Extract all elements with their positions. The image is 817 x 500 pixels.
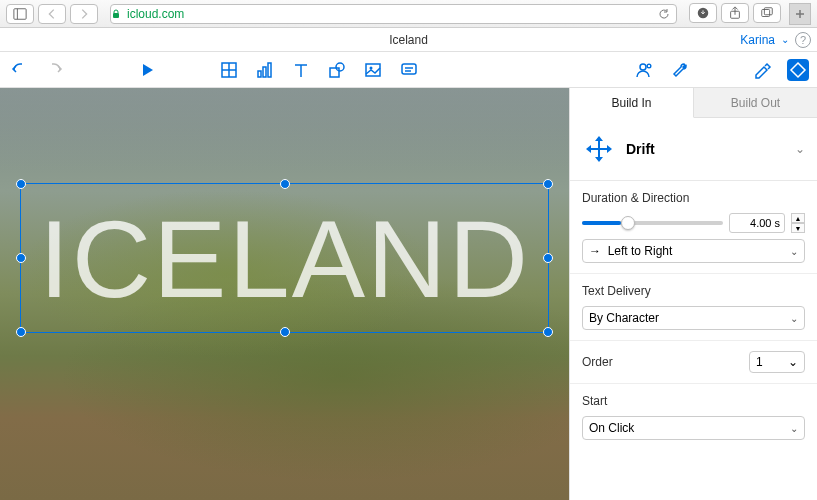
redo-button[interactable] (44, 59, 66, 81)
resize-handle[interactable] (16, 179, 26, 189)
start-value: On Click (589, 421, 634, 435)
play-button[interactable] (136, 59, 158, 81)
svg-rect-6 (764, 7, 772, 14)
text-delivery-label: Text Delivery (582, 284, 805, 298)
table-insert-button[interactable] (218, 59, 240, 81)
tab-build-in[interactable]: Build In (570, 88, 694, 118)
url-bar[interactable]: icloud.com (110, 4, 677, 24)
text-delivery-value: By Character (589, 311, 659, 325)
svg-rect-0 (14, 8, 26, 19)
sidebar-toggle-button[interactable] (6, 4, 34, 24)
nav-forward-button[interactable] (70, 4, 98, 24)
title-bar: Iceland Karina ⌄ ? (0, 28, 817, 52)
comment-insert-button[interactable] (398, 59, 420, 81)
direction-value: Left to Right (608, 244, 673, 258)
chevron-down-icon: ⌄ (790, 423, 798, 434)
duration-step-down[interactable]: ▼ (791, 223, 805, 233)
svg-rect-17 (402, 64, 416, 74)
tabs-button[interactable] (753, 3, 781, 23)
drift-icon (582, 132, 616, 166)
direction-select[interactable]: → Left to Right ⌄ (582, 239, 805, 263)
lock-icon (111, 9, 121, 19)
toolbar (0, 52, 817, 88)
duration-input[interactable] (729, 213, 785, 233)
resize-handle[interactable] (543, 327, 553, 337)
text-delivery-select[interactable]: By Character ⌄ (582, 306, 805, 330)
user-menu-chevron-icon[interactable]: ⌄ (781, 34, 789, 45)
chevron-down-icon: ⌄ (795, 142, 805, 156)
reload-icon[interactable] (658, 8, 670, 20)
downloads-button[interactable] (689, 3, 717, 23)
slide-canvas[interactable]: ICELAND (0, 88, 569, 500)
slider-thumb[interactable] (621, 216, 635, 230)
resize-handle[interactable] (16, 253, 26, 263)
duration-slider[interactable] (582, 221, 723, 225)
help-button[interactable]: ? (795, 32, 811, 48)
resize-handle[interactable] (16, 327, 26, 337)
order-label: Order (582, 355, 613, 369)
add-people-button[interactable] (633, 59, 655, 81)
tab-build-out[interactable]: Build Out (694, 88, 817, 118)
chevron-down-icon: ⌄ (790, 313, 798, 324)
chevron-down-icon: ⌄ (788, 355, 798, 369)
nav-back-button[interactable] (38, 4, 66, 24)
svg-point-16 (370, 66, 373, 69)
user-name-link[interactable]: Karina (740, 33, 775, 47)
effect-selector[interactable]: Drift ⌄ (570, 118, 817, 181)
resize-handle[interactable] (280, 179, 290, 189)
new-tab-button[interactable] (789, 3, 811, 25)
animate-panel-button[interactable] (787, 59, 809, 81)
resize-handle[interactable] (280, 327, 290, 337)
effect-name: Drift (626, 141, 655, 157)
svg-rect-11 (263, 67, 266, 77)
image-insert-button[interactable] (362, 59, 384, 81)
start-select[interactable]: On Click ⌄ (582, 416, 805, 440)
url-text: icloud.com (127, 7, 184, 21)
svg-point-14 (336, 63, 344, 71)
share-button[interactable] (721, 3, 749, 23)
resize-handle[interactable] (543, 179, 553, 189)
order-value: 1 (756, 355, 763, 369)
document-title: Iceland (389, 33, 428, 47)
svg-point-20 (640, 64, 646, 70)
svg-rect-12 (268, 63, 271, 77)
browser-chrome: icloud.com (0, 0, 817, 28)
duration-step-up[interactable]: ▲ (791, 213, 805, 223)
chart-insert-button[interactable] (254, 59, 276, 81)
inspector-panel: Build In Build Out Drift ⌄ Duration & Di… (569, 88, 817, 500)
chevron-down-icon: ⌄ (790, 246, 798, 257)
selected-text-box[interactable]: ICELAND (20, 183, 549, 333)
format-panel-button[interactable] (751, 59, 773, 81)
duration-label: Duration & Direction (582, 191, 805, 205)
order-select[interactable]: 1 ⌄ (749, 351, 805, 373)
start-label: Start (582, 394, 805, 408)
text-insert-button[interactable] (290, 59, 312, 81)
slide-title-text: ICELAND (39, 195, 530, 322)
svg-rect-2 (113, 13, 119, 18)
resize-handle[interactable] (543, 253, 553, 263)
shape-insert-button[interactable] (326, 59, 348, 81)
svg-rect-10 (258, 71, 261, 77)
tools-button[interactable] (669, 59, 691, 81)
undo-button[interactable] (8, 59, 30, 81)
svg-rect-5 (762, 9, 770, 16)
